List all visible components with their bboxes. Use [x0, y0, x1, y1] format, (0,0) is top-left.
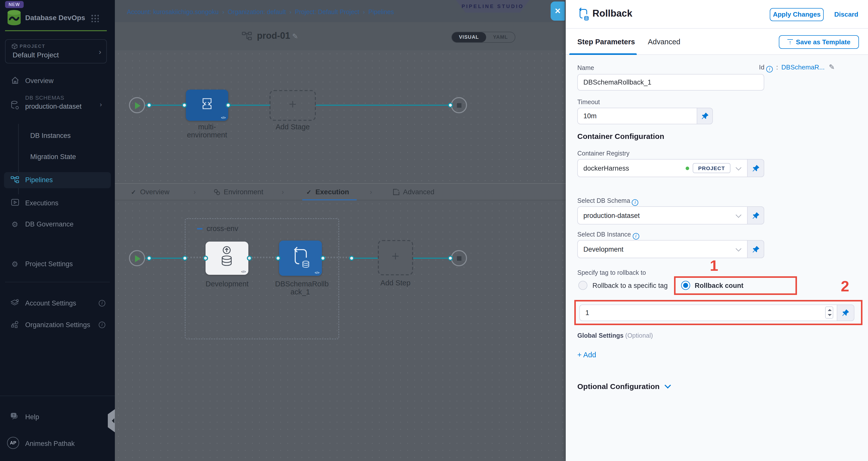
- pipelines-icon: [10, 176, 19, 185]
- sidebar-item-help[interactable]: ? Help: [0, 410, 115, 425]
- add-global-setting-link[interactable]: + Add: [577, 351, 596, 359]
- info-icon[interactable]: i: [766, 66, 773, 72]
- registry-pin-segment[interactable]: [748, 159, 764, 177]
- db-schema-select[interactable]: production-dataset: [577, 206, 748, 225]
- pipeline-end-node: [451, 97, 467, 113]
- execution-end-node: [451, 250, 467, 266]
- pipeline-icon: [242, 32, 252, 40]
- timeout-input[interactable]: 10m: [577, 108, 697, 124]
- sidebar-item-organization-settings[interactable]: Organization Settings i: [0, 318, 115, 333]
- info-icon[interactable]: i: [632, 199, 639, 206]
- sidebar-item-label: Account Settings: [25, 299, 76, 307]
- instance-pin-segment[interactable]: [748, 240, 764, 258]
- sidebar-item-executions[interactable]: Executions: [0, 196, 115, 211]
- toggle-visual[interactable]: VISUAL: [452, 32, 486, 42]
- edit-pencil-icon[interactable]: ✎: [292, 32, 298, 40]
- check-icon: ✓: [131, 189, 136, 196]
- optional-hint: (Optional): [625, 332, 653, 339]
- label-text: Select DB Instance: [577, 231, 631, 238]
- connector-point: [448, 256, 453, 261]
- radio-label-specific-tag[interactable]: Rollback to a specific tag: [592, 282, 668, 289]
- connector-point: [448, 103, 453, 108]
- global-settings-label: Global Settings (Optional): [577, 332, 653, 339]
- home-icon: [10, 76, 19, 85]
- app-grid-icon[interactable]: [91, 14, 99, 22]
- breadcrumb-separator: ›: [363, 8, 365, 15]
- scope-badge: PROJECT: [693, 163, 731, 173]
- tab-execution[interactable]: ✓Execution: [306, 188, 349, 196]
- tab-step-parameters[interactable]: Step Parameters: [577, 38, 635, 46]
- optional-configuration-heading[interactable]: Optional Configuration: [577, 382, 670, 391]
- heading-text: Optional Configuration: [577, 382, 660, 391]
- tab-overview[interactable]: ✓Overview: [131, 188, 169, 196]
- toggle-yaml[interactable]: YAML: [486, 32, 515, 42]
- user-name: Animesh Pathak: [25, 440, 75, 448]
- step-config-panel: Rollback Apply Changes Discard Step Para…: [566, 0, 868, 461]
- stage-canvas: </> + multi-environment Add Stage: [115, 50, 566, 183]
- db-instance-select[interactable]: Development: [577, 240, 748, 258]
- sidebar-item-label: Executions: [25, 199, 58, 207]
- executions-icon: [10, 199, 19, 207]
- connector-point: [276, 256, 281, 261]
- connector-point: [203, 256, 208, 261]
- sidebar-item-label: Pipelines: [25, 176, 53, 184]
- step-node-dbschemarollback[interactable]: </>: [279, 240, 322, 276]
- panel-title: Rollback: [592, 8, 632, 19]
- stage-node-multi-environment[interactable]: </>: [186, 90, 228, 121]
- project-selector[interactable]: PROJECT Default Project ›: [5, 39, 107, 63]
- edit-id-pencil-icon[interactable]: ✎: [829, 63, 835, 71]
- discard-button[interactable]: Discard: [834, 10, 858, 18]
- tab-advanced[interactable]: Advanced: [393, 188, 434, 197]
- add-step-button[interactable]: +: [378, 240, 413, 275]
- tab-label: Overview: [140, 188, 169, 196]
- collapse-group-icon[interactable]: [197, 228, 203, 230]
- execution-start-node[interactable]: [129, 250, 145, 266]
- step-group-cross-env[interactable]: cross-env: [185, 219, 339, 339]
- tab-advanced-panel[interactable]: Advanced: [648, 38, 680, 46]
- schema-pin-segment[interactable]: [748, 206, 764, 225]
- sidebar-item-pipelines[interactable]: Pipelines: [4, 172, 111, 188]
- sidebar-item-migration-state[interactable]: Migration State: [0, 150, 115, 165]
- step-node-development[interactable]: </>: [206, 241, 248, 275]
- breadcrumb-pipelines[interactable]: Pipelines: [369, 8, 394, 15]
- id-value[interactable]: DBSchemaR...: [781, 63, 825, 71]
- specify-tag-label: Specify tag to rollback to: [577, 269, 646, 276]
- sidebar-item-label: Migration State: [30, 153, 76, 161]
- tab-label: Execution: [315, 188, 349, 196]
- sidebar-item-project-settings[interactable]: ⚙ Project Settings: [0, 257, 115, 272]
- project-name: Default Project: [12, 51, 59, 59]
- add-stage-button[interactable]: +: [270, 90, 316, 121]
- close-button[interactable]: ✕: [551, 1, 565, 21]
- breadcrumb-separator: ›: [222, 8, 224, 15]
- container-registry-input[interactable]: dockerHarness PROJECT: [577, 159, 748, 177]
- name-input[interactable]: DBSchemaRollback_1: [577, 74, 764, 91]
- info-icon[interactable]: i: [633, 233, 639, 239]
- stage-label-line1: multi-: [198, 123, 216, 131]
- save-as-template-button[interactable]: ↑Save as Template: [779, 35, 859, 49]
- name-label: Name: [577, 64, 594, 71]
- sidebar-item-account-settings[interactable]: Account Settings i: [0, 296, 115, 311]
- breadcrumb-account[interactable]: Account: kurosakiichigo.songoku: [127, 8, 219, 15]
- sidebar-item-overview[interactable]: Overview: [0, 73, 115, 89]
- tab-environment[interactable]: Environment: [214, 188, 263, 197]
- connector-point: [247, 256, 252, 261]
- radio-rollback-specific-tag[interactable]: [578, 281, 587, 290]
- breadcrumb-project[interactable]: Project: Default Project: [295, 8, 360, 15]
- sidebar-item-db-schemas[interactable]: DB SCHEMAS production-dataset ›: [0, 95, 115, 117]
- step-label-line2: ack_1: [290, 288, 310, 296]
- pipeline-start-node[interactable]: [129, 97, 145, 113]
- database-devops-logo-icon: [6, 9, 22, 26]
- breadcrumb-bar: Account: kurosakiichigo.songoku›Organiza…: [115, 0, 566, 22]
- breadcrumb-organization[interactable]: Organization: default: [228, 8, 286, 15]
- user-menu[interactable]: AP Animesh Pathak: [0, 439, 115, 454]
- pin-icon: [752, 245, 760, 253]
- timeout-pin-segment[interactable]: [697, 108, 713, 124]
- sidebar-item-db-governance[interactable]: ⚙ DB Governance: [0, 217, 115, 232]
- sidebar-item-db-instances[interactable]: DB Instances: [0, 128, 115, 143]
- info-icon: i: [99, 300, 105, 306]
- add-step-label: Add Step: [378, 279, 413, 287]
- panel-body: Name Id i : DBSchemaR... ✎ DBSchemaRollb…: [566, 55, 868, 461]
- svg-text:?: ?: [12, 414, 14, 417]
- apply-changes-button[interactable]: Apply Changes: [770, 8, 824, 21]
- chevron-right-icon: ›: [100, 101, 102, 108]
